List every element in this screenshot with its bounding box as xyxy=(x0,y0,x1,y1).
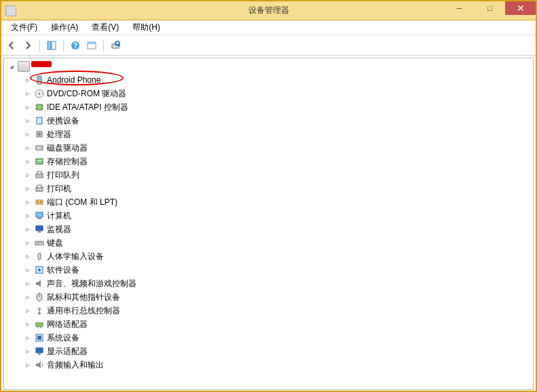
expand-icon[interactable]: ▷ xyxy=(23,199,33,205)
tree-item[interactable]: ▷音频输入和输出 xyxy=(4,358,533,372)
port-icon xyxy=(34,197,45,208)
tree-item-label: 磁盘驱动器 xyxy=(47,142,88,154)
expand-icon[interactable]: ▷ xyxy=(23,334,33,341)
expand-icon[interactable]: ▷ xyxy=(23,212,33,219)
forward-button[interactable] xyxy=(20,38,35,53)
svg-rect-32 xyxy=(36,212,43,217)
tree-item[interactable]: ▷DVD/CD-ROM 驱动器 xyxy=(4,87,533,100)
tree-item-label: 人体学输入设备 xyxy=(47,251,104,262)
tree-item[interactable]: ▷处理器 xyxy=(4,128,533,141)
svg-rect-20 xyxy=(38,133,41,136)
svg-rect-35 xyxy=(38,231,41,233)
expand-icon[interactable]: ▷ xyxy=(23,131,33,138)
svg-point-40 xyxy=(38,269,41,271)
tree-root[interactable]: ◢ xyxy=(4,60,533,73)
svg-rect-5 xyxy=(88,42,96,44)
back-button[interactable] xyxy=(4,38,19,53)
maximize-button[interactable] xyxy=(475,1,505,15)
expand-icon[interactable]: ▷ xyxy=(23,117,33,124)
expand-icon[interactable]: ▷ xyxy=(23,77,33,83)
tree-item-label: 便携设备 xyxy=(47,115,79,127)
svg-rect-53 xyxy=(38,353,41,355)
expand-icon[interactable]: ▷ xyxy=(23,348,33,355)
tree-item-label: 系统设备 xyxy=(47,332,79,344)
device-tree: ◢ ▷Android Phone▷DVD/CD-ROM 驱动器▷IDE ATA/… xyxy=(4,58,533,373)
title-bar: 设备管理器 xyxy=(1,1,536,20)
tree-item[interactable]: ▷通用串行总线控制器 xyxy=(4,304,533,317)
svg-rect-10 xyxy=(38,77,41,82)
expand-icon[interactable]: ▷ xyxy=(23,253,33,260)
menu-bar: 文件(F) 操作(A) 查看(V) 帮助(H) xyxy=(1,20,536,35)
expand-icon[interactable]: ▷ xyxy=(23,185,33,192)
expand-icon[interactable]: ▷ xyxy=(23,172,33,178)
monitor-icon xyxy=(34,224,45,235)
svg-rect-38 xyxy=(38,253,41,260)
expand-icon[interactable]: ▷ xyxy=(23,158,33,165)
svg-rect-47 xyxy=(36,323,43,326)
expand-icon[interactable]: ▷ xyxy=(23,321,33,328)
tree-item[interactable]: ▷键盘 xyxy=(4,236,533,250)
expand-icon[interactable]: ▷ xyxy=(23,307,33,314)
help-button[interactable]: ? xyxy=(68,38,83,53)
menu-file[interactable]: 文件(F) xyxy=(4,20,44,35)
tree-item[interactable]: ▷网络适配器 xyxy=(4,317,533,331)
expand-icon[interactable]: ▷ xyxy=(23,280,33,287)
tree-item[interactable]: ▷监视器 xyxy=(4,222,533,236)
sound-icon xyxy=(34,278,45,289)
tree-item[interactable]: ▷打印队列 xyxy=(4,168,533,182)
close-button[interactable] xyxy=(505,1,536,15)
svg-rect-51 xyxy=(37,336,41,340)
tree-item[interactable]: ▷端口 (COM 和 LPT) xyxy=(4,195,533,209)
tree-item[interactable]: ▷人体学输入设备 xyxy=(4,250,533,263)
tree-item-label: 端口 (COM 和 LPT) xyxy=(47,197,117,208)
storage-icon xyxy=(34,156,45,167)
scan-hardware-button[interactable] xyxy=(108,38,123,53)
phone-icon xyxy=(34,75,45,85)
minimize-button[interactable] xyxy=(444,1,475,15)
collapse-icon[interactable]: ◢ xyxy=(7,63,16,70)
tree-item-label: 监视器 xyxy=(47,224,71,235)
tree-item[interactable]: ▷存储控制器 xyxy=(4,155,533,168)
menu-action[interactable]: 操作(A) xyxy=(44,20,85,35)
tree-item[interactable]: ▷磁盘驱动器 xyxy=(4,141,533,155)
menu-view[interactable]: 查看(V) xyxy=(85,20,126,35)
expand-icon[interactable]: ▷ xyxy=(23,267,33,273)
svg-rect-26 xyxy=(37,172,41,174)
expand-icon[interactable]: ▷ xyxy=(23,361,33,368)
tree-item[interactable]: ▷声音、视频和游戏控制器 xyxy=(4,277,533,290)
svg-rect-28 xyxy=(37,185,41,188)
tree-item[interactable]: ▷打印机 xyxy=(4,182,533,195)
usb-icon xyxy=(34,305,45,316)
svg-rect-1 xyxy=(52,41,56,50)
tree-item[interactable]: ▷鼠标和其他指针设备 xyxy=(4,290,533,304)
disk-icon xyxy=(34,142,45,153)
menu-help[interactable]: 帮助(H) xyxy=(126,20,167,35)
tree-item[interactable]: ▷软件设备 xyxy=(4,263,533,277)
portable-icon xyxy=(34,115,45,126)
printer-icon xyxy=(34,183,45,194)
svg-text:?: ? xyxy=(73,42,77,50)
expand-icon[interactable]: ▷ xyxy=(23,239,33,246)
svg-rect-29 xyxy=(36,200,43,204)
tree-item[interactable]: ▷显示适配器 xyxy=(4,345,533,358)
tree-item[interactable]: ▷Android Phone xyxy=(4,73,533,87)
show-hide-tree-button[interactable] xyxy=(44,38,59,53)
tree-item-label: Android Phone xyxy=(47,75,100,85)
expand-icon[interactable]: ▷ xyxy=(23,104,33,111)
tree-item[interactable]: ▷系统设备 xyxy=(4,331,533,345)
expand-icon[interactable]: ▷ xyxy=(23,226,33,233)
audio-icon xyxy=(34,359,45,370)
svg-point-12 xyxy=(39,93,41,95)
tree-item[interactable]: ▷IDE ATA/ATAPI 控制器 xyxy=(4,100,533,114)
properties-button[interactable] xyxy=(84,38,99,53)
tree-item[interactable]: ▷计算机 xyxy=(4,209,533,222)
tree-item[interactable]: ▷便携设备 xyxy=(4,114,533,128)
device-tree-container[interactable]: ◢ ▷Android Phone▷DVD/CD-ROM 驱动器▷IDE ATA/… xyxy=(3,58,534,390)
tree-item-label: 网络适配器 xyxy=(47,319,88,330)
expand-icon[interactable]: ▷ xyxy=(23,144,33,151)
expand-icon[interactable]: ▷ xyxy=(23,294,33,300)
tree-item-label: 软件设备 xyxy=(47,264,79,276)
svg-rect-23 xyxy=(36,159,43,164)
toolbar: ? xyxy=(1,35,536,56)
expand-icon[interactable]: ▷ xyxy=(23,90,33,97)
